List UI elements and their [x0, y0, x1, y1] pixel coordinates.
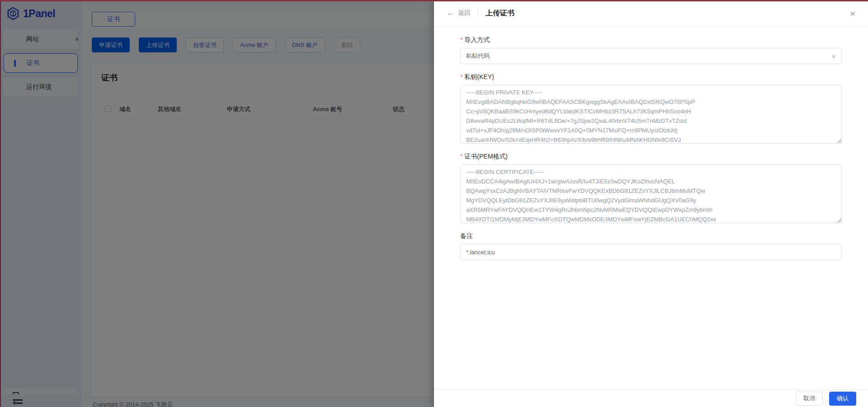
drawer-header: ← 返回 上传证书 ×	[434, 0, 868, 27]
drawer-title: 上传证书	[486, 9, 514, 18]
app-root: 1 1Panel ⌂概览⊞应用商店⊕网站∧网站证书运行环境◉AI∨≣数据库⊛容器…	[0, 0, 868, 407]
back-arrow-icon[interactable]: ←	[447, 9, 454, 18]
certificate-pem-label: 证书(PEM格式)	[460, 153, 842, 161]
private-key-textarea[interactable]: -----BEGIN PRIVATE KEY----- MIIEvgIBADAN…	[460, 85, 842, 144]
drawer-body: 导入方式 粘贴代码 ∨ 私钥(KEY) -----BEGIN PRIVATE K…	[434, 27, 868, 260]
private-key-label: 私钥(KEY)	[460, 73, 842, 81]
back-button[interactable]: 返回	[458, 9, 471, 17]
screen-top-edge	[0, 0, 868, 1]
chevron-down-icon: ∨	[831, 53, 836, 60]
certificate-pem-textarea[interactable]: -----BEGIN CERTIFICATE----- MIIEoDCCA4ig…	[460, 164, 842, 223]
note-input[interactable]	[460, 244, 842, 260]
drawer-footer: 取消 确认	[434, 389, 868, 407]
import-method-value: 粘贴代码	[466, 52, 490, 60]
close-icon[interactable]: ×	[850, 9, 855, 18]
confirm-button[interactable]: 确认	[829, 392, 856, 406]
import-method-select[interactable]: 粘贴代码 ∨	[460, 48, 842, 64]
note-label: 备注	[460, 232, 842, 240]
upload-cert-drawer: ← 返回 上传证书 × 导入方式 粘贴代码 ∨ 私钥(KEY) -----BEG…	[434, 0, 868, 407]
header-divider	[478, 10, 478, 17]
cancel-button[interactable]: 取消	[796, 392, 823, 406]
screen-left-edge	[0, 1, 1, 407]
import-method-label: 导入方式	[460, 36, 842, 44]
